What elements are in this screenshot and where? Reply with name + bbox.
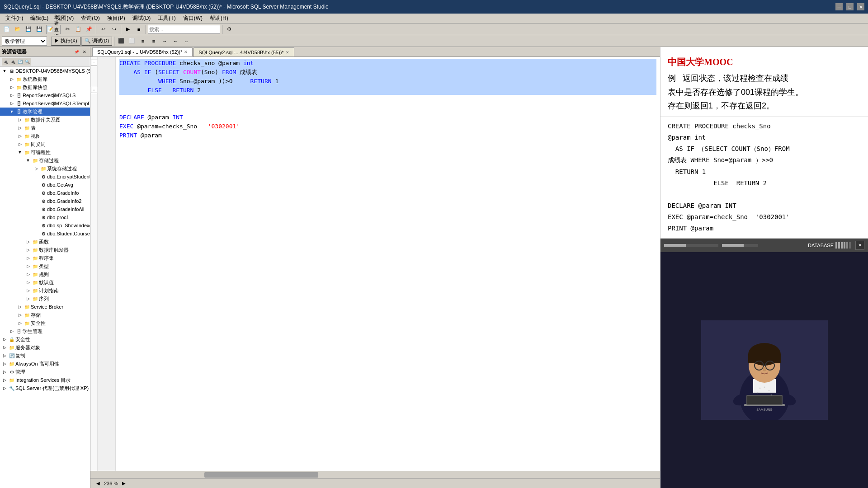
menu-debug[interactable]: 调试(D) [129,14,155,22]
expand-icon: ▷ [16,141,24,148]
menu-tools[interactable]: 工具(T) [154,14,179,22]
tab2-close-icon[interactable]: ✕ [286,50,289,55]
filter-btn[interactable]: 🔍 [24,58,31,66]
tree-security[interactable]: ▷ 📁 安全性 [0,319,90,327]
copy-btn[interactable]: 📋 [73,24,83,34]
new-query-btn[interactable]: 📝 新建查询(N) [48,24,58,34]
tree-report2[interactable]: ▷ 🗄 ReportServer$MYSQLSTempDB [0,99,90,108]
tree-sys-db[interactable]: ▷ 📁 系统数据库 [0,75,90,83]
tree-synonyms[interactable]: ▷ 📁 同义词 [0,140,90,148]
comment-btn[interactable]: -- [181,36,191,46]
editor-area: SQLQuery1.sql -...·U4VD58B\hx (52))* ✕ S… [90,47,660,488]
tree-server-objects[interactable]: ▷ 📁 服务器对象 [0,343,90,352]
tree-proc-proc1[interactable]: ⚙ dbo.proc1 [0,213,90,221]
programmability-label: 可编程性 [31,149,51,156]
tree-plans[interactable]: ▷ 📁 计划指南 [0,286,90,295]
zoom-out-btn[interactable]: ◀ [94,479,102,488]
code-editor[interactable]: − − CREATE PROCEDURE checks_sno @param i… [90,57,660,471]
zoom-in-btn[interactable]: ▶ [120,479,128,488]
video-close-btn[interactable]: ✕ [855,241,864,250]
tree-alwayson[interactable]: ▷ 📁 AlwaysOn 高可用性 [0,360,90,368]
tree-report1[interactable]: ▷ 🗄 ReportServer$MYSQLS [0,91,90,99]
close-button[interactable]: ✕ [857,3,864,10]
menu-window[interactable]: 窗口(W) [179,14,206,22]
tab-query1[interactable]: SQLQuery1.sql -...·U4VD58B\hx (52))* ✕ [92,47,193,56]
tree-proc-studentcourse[interactable]: ⚙ dbo.StudentCourse [0,230,90,238]
tree-views[interactable]: ▷ 📁 视图 [0,132,90,140]
undo-btn[interactable]: ↩ [98,24,108,34]
tree-stored-procs[interactable]: ▼ 📁 存储过程 [0,156,90,164]
menu-help[interactable]: 帮助(H) [206,14,232,22]
database-selector[interactable]: 教学管理 [2,37,47,46]
tree-types[interactable]: ▷ 📁 类型 [0,262,90,270]
tree-functions[interactable]: ▷ 📁 函数 [0,238,90,246]
maximize-button[interactable]: □ [846,3,854,10]
menu-edit[interactable]: 编辑(E) [27,14,52,22]
panel-close-btn[interactable]: ✕ [81,48,88,56]
execute-button[interactable]: ▶ 执行(X) [51,37,80,46]
cut-btn[interactable]: ✂ [62,24,72,34]
tree-tables[interactable]: ▷ 📁 表 [0,124,90,132]
redo-btn[interactable]: ↪ [109,24,119,34]
menu-query[interactable]: 查询(Q) [77,14,103,22]
tree-student-mgmt[interactable]: ▷ 🗄 学生管理 [0,327,90,335]
tree-proc-showindexes[interactable]: ⚙ dbo.sp_ShowIndexes [0,221,90,230]
settings-btn[interactable]: ⚙ [224,24,234,34]
format-btn3[interactable]: ≡ [138,36,148,46]
tree-sys-procs[interactable]: ▷ 📁 系统存储过程 [0,164,90,173]
tab-query2[interactable]: SQLQuery2.sql -...·U4VD58B\hx (55))* ✕ [193,47,294,56]
tree-rules[interactable]: ▷ 📁 规则 [0,270,90,278]
minimize-button[interactable]: ─ [835,3,843,10]
format-btn4[interactable]: ≡ [149,36,159,46]
tree-proc-encrypt[interactable]: ⚙ dbo.EncryptStudent [0,173,90,181]
tree-diagram[interactable]: ▷ 📁 数据库关系图 [0,116,90,124]
code-text: 1 [272,77,279,86]
panel-pin-btn[interactable]: 📌 [73,48,80,56]
tree-root-security[interactable]: ▷ 🔒 安全性 [0,335,90,343]
save-all-btn[interactable]: 💾 [34,24,44,34]
tree-service-broker[interactable]: ▷ 📁 Service Broker [0,303,90,311]
open-btn[interactable]: 📂 [13,24,23,34]
format-btn2[interactable]: ⬜ [127,36,137,46]
new-file-btn[interactable]: 📄 [2,24,12,34]
indent-btn[interactable]: → [160,36,170,46]
tree-storage[interactable]: ▷ 📁 存储 [0,311,90,319]
connect-btn[interactable]: 🔌 [2,58,9,66]
stop-btn[interactable]: ■ [134,24,144,34]
tree-proc-gradeinfo2[interactable]: ⚙ dbo.GradeInfo2 [0,197,90,205]
tree-teaching-db[interactable]: ▼ 🗄 教学管理 [0,108,90,116]
debug-button[interactable]: 🔍 调试(D) [81,37,112,46]
tree-defaults[interactable]: ▷ 📁 默认值 [0,278,90,286]
tree-integration[interactable]: ▷ 📁 Integration Services 目录 [0,376,90,384]
tree-sequences[interactable]: ▷ 📁 序列 [0,295,90,303]
tab1-close-icon[interactable]: ✕ [184,50,188,54]
tree-replication[interactable]: ▷ 🔄 复制 [0,352,90,360]
space [141,59,144,68]
tree-sql-agent[interactable]: ▷ 🔧 SQL Server 代理(已禁用代理 XP) [0,384,90,392]
tree-assemblies[interactable]: ▷ 📁 程序集 [0,254,90,262]
fold-btn-1[interactable]: − [91,60,97,66]
tree-db-triggers[interactable]: ▷ 📁 数据库触发器 [0,246,90,254]
refresh-btn[interactable]: 🔄 [16,58,24,66]
format-btn1[interactable]: ⬛ [116,36,126,46]
disconnect-btn[interactable]: 🔌 [9,58,16,66]
menu-project[interactable]: 项目(P) [104,14,129,22]
code-content[interactable]: CREATE PROCEDURE checks_sno @param int A… [116,57,660,471]
scroll-bar-x[interactable] [90,471,660,478]
tree-proc-getavg[interactable]: ⚙ dbo.GetAvg [0,181,90,189]
menu-file[interactable]: 文件(F) [2,14,27,22]
paste-btn[interactable]: 📌 [84,24,94,34]
fold-btn-2[interactable]: − [91,87,97,93]
tree-server[interactable]: ▼ 🖥 DESKTOP-U4VD58B\MYSQLS (SQL Se [0,67,90,75]
scroll-thumb[interactable] [204,472,318,478]
tree-proc-gradeinfoall[interactable]: ⚙ dbo.GradeInfoAll [0,205,90,213]
tree-manage[interactable]: ▷ ⚙ 管理 [0,368,90,376]
sequences-label: 序列 [39,296,49,302]
search-input[interactable] [148,25,220,34]
tree-snapshot[interactable]: ▷ 📁 数据库快照 [0,83,90,91]
outdent-btn[interactable]: ← [170,36,180,46]
save-btn[interactable]: 💾 [24,24,33,34]
tree-programmability[interactable]: ▼ 📁 可编程性 [0,148,90,156]
run-btn[interactable]: ▶ [123,24,133,34]
tree-proc-gradeinfo[interactable]: ⚙ dbo.GradeInfo [0,189,90,197]
